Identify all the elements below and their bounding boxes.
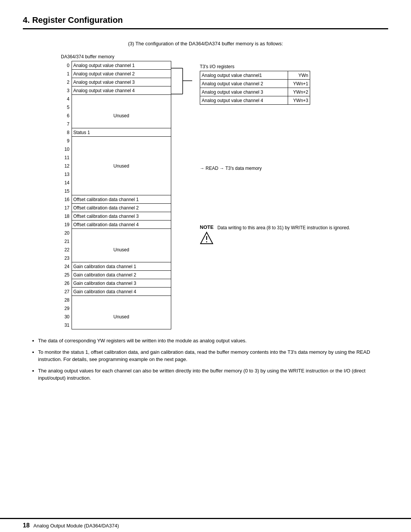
- note-box: NOTE Data writing to this area (8 to 31)…: [200, 224, 350, 245]
- main-diagram: DA364/374 buffer memory 0Analog output v…: [23, 54, 388, 329]
- footer-text: Analog Output Module (DA364/DA374): [33, 523, 119, 529]
- read-arrow: → READ → T3's data memory: [200, 166, 350, 171]
- svg-point-6: [206, 241, 207, 243]
- bullet-item: To monitor the status 1, offset calibrat…: [38, 348, 388, 363]
- page-container: 4. Register Configuration (3) The config…: [0, 0, 411, 409]
- section-subtitle: (3) The configuration of the DA364/DA374…: [23, 41, 388, 46]
- io-table: Analog output value channel1YWnAnalog ou…: [200, 71, 310, 105]
- bracket-svg: [171, 64, 192, 98]
- page-footer: 18 Analog Output Module (DA364/DA374): [0, 518, 411, 532]
- buffer-section: DA364/374 buffer memory 0Analog output v…: [61, 54, 171, 329]
- note-text: Data writing to this area (8 to 31) by W…: [217, 224, 350, 231]
- note-label: NOTE: [200, 224, 213, 230]
- bullet-item: The analog output values for each channe…: [38, 367, 388, 382]
- note-label-area: NOTE: [200, 224, 213, 245]
- right-col: T3's I/O registers Analog output value c…: [192, 54, 350, 245]
- page-title: 4. Register Configuration: [23, 15, 388, 29]
- connector-area: [171, 54, 192, 99]
- io-title: T3's I/O registers: [200, 64, 350, 69]
- bullets-list: The data of corresponding YW registers w…: [30, 337, 388, 382]
- note-warning-icon: [200, 232, 213, 245]
- buffer-title: DA364/374 buffer memory: [61, 54, 171, 59]
- page-number: 18: [23, 522, 30, 529]
- bullets-section: The data of corresponding YW registers w…: [23, 337, 388, 382]
- buffer-table: 0Analog output value channel 11Analog ou…: [61, 61, 171, 329]
- bullet-item: The data of corresponding YW registers w…: [38, 337, 388, 345]
